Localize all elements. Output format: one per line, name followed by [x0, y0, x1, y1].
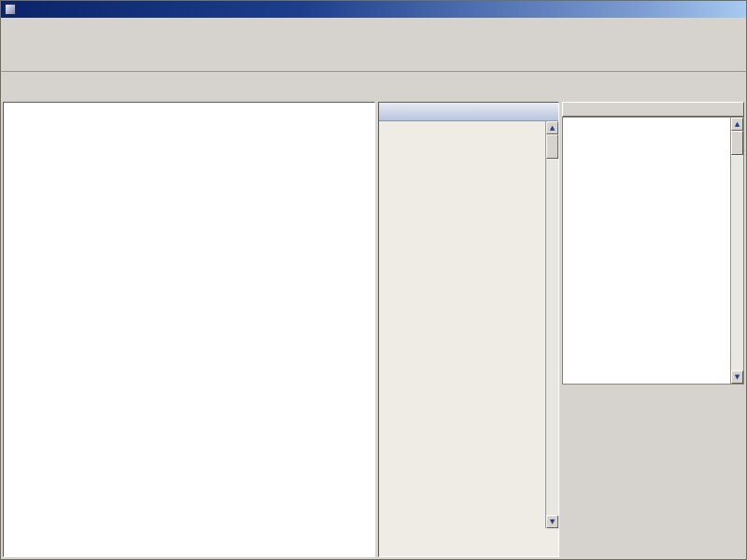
scroll-up-icon[interactable]: ▲: [731, 118, 743, 131]
scroll-down-icon[interactable]: ▼: [731, 371, 743, 384]
chart-panel: [3, 102, 375, 557]
main-content: ▲ ▼ ▲ ▼: [1, 100, 746, 559]
points-panel-caption: [562, 102, 744, 117]
scroll-thumb[interactable]: [546, 134, 558, 159]
results-panel-caption: [379, 103, 558, 121]
app-window: ▲ ▼ ▲ ▼: [0, 0, 747, 560]
main-toolbar: [1, 18, 746, 72]
scroll-thumb[interactable]: [731, 131, 743, 155]
results-list: [379, 121, 545, 528]
scroll-up-icon[interactable]: ▲: [546, 121, 558, 134]
scroll-track[interactable]: [546, 134, 558, 515]
title-bar: [1, 1, 746, 18]
points-panel: ▲ ▼: [562, 102, 744, 557]
points-table-wrap: ▲ ▼: [562, 117, 744, 385]
points-table-scrollbar[interactable]: ▲ ▼: [730, 118, 743, 384]
results-panel: ▲ ▼: [378, 102, 559, 557]
results-scrollbar[interactable]: ▲ ▼: [545, 121, 558, 528]
tab-bar: [1, 72, 746, 100]
point-selector-dial[interactable]: [562, 385, 743, 504]
load-displacement-chart: [6, 129, 373, 556]
record-nav: [379, 530, 558, 554]
scroll-down-icon[interactable]: ▼: [546, 515, 558, 528]
scroll-track[interactable]: [731, 131, 743, 371]
app-icon: [5, 4, 16, 15]
